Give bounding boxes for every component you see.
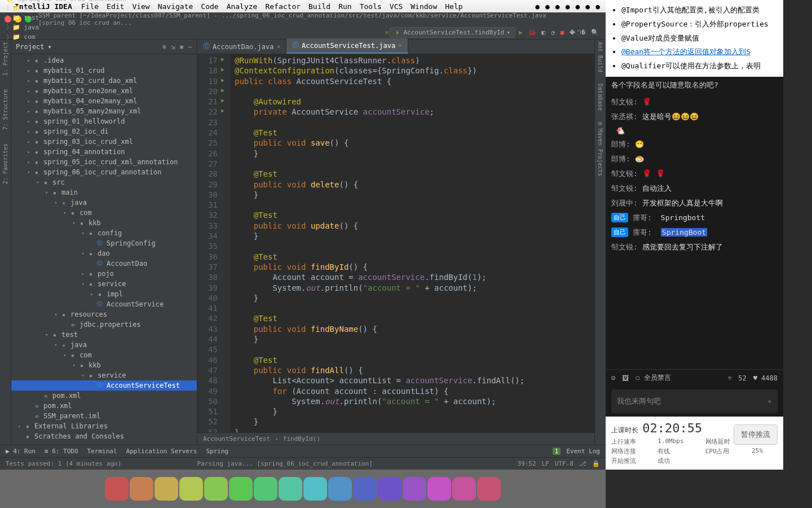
- tree-node[interactable]: ▾ ▪ kkb: [11, 360, 197, 370]
- profile-button[interactable]: ◔: [549, 28, 557, 37]
- tree-node[interactable]: ▾ ▪ config: [11, 228, 197, 238]
- mute-all-checkbox[interactable]: ☐ 全员禁言: [636, 373, 670, 383]
- pause-stream-button[interactable]: 暂停推流: [734, 424, 778, 445]
- tree-node[interactable]: ▸ ▪ spring_03_ioc_crud_xml: [11, 137, 197, 147]
- tree-node[interactable]: ▸ ▪ pojo: [11, 269, 197, 279]
- tree-node[interactable]: ▸ ▪ External Libraries: [11, 421, 197, 431]
- tree-node[interactable]: ▾ ▪ test: [11, 330, 197, 340]
- coverage-button[interactable]: ◧: [540, 28, 548, 37]
- macos-dock[interactable]: [0, 470, 606, 508]
- send-icon[interactable]: ➤: [767, 397, 772, 406]
- bottom-tab[interactable]: Terminal: [87, 448, 117, 455]
- tree-node[interactable]: ▸ ▪ mybatis_02_curd_dao_xml: [11, 76, 197, 86]
- collapse-icon[interactable]: ⇲: [171, 43, 175, 51]
- favorites-tool-button[interactable]: 2: Favorites: [2, 143, 8, 184]
- menu-help[interactable]: Help: [445, 2, 462, 11]
- tree-node[interactable]: ≡ pom.xml: [11, 391, 197, 401]
- tree-node[interactable]: ▾ ▪ java: [11, 198, 197, 208]
- source-code[interactable]: @RunWith(SpringJUnit4ClassRunner.class) …: [230, 54, 594, 432]
- user-icon[interactable]: ●: [545, 2, 550, 11]
- input-icon[interactable]: ●: [535, 2, 540, 11]
- tree-node[interactable]: ▾ ▪ com: [11, 208, 197, 218]
- menu-build[interactable]: Build: [308, 2, 330, 11]
- dock-app[interactable]: [254, 477, 277, 501]
- project-tree[interactable]: ▸ ▪ .idea ▸ ▪ mybatis_01_crud ▸ ▪ mybati…: [11, 54, 197, 445]
- tree-node[interactable]: ▾ ▪ main: [11, 187, 197, 198]
- tree-node[interactable]: ▸ ▪ impl: [11, 289, 197, 299]
- stop-button[interactable]: ■: [558, 28, 567, 37]
- event-log-button[interactable]: Event Log: [566, 448, 600, 455]
- dock-app[interactable]: [378, 477, 401, 501]
- bluetooth-icon[interactable]: ●: [555, 2, 560, 11]
- tree-node[interactable]: ≡ jdbc.properties: [11, 319, 197, 330]
- editor-tab[interactable]: ⒸAccountServiceTest.java×: [286, 38, 408, 54]
- bottom-tab[interactable]: ≡ 6: TODO: [45, 448, 78, 455]
- tree-node[interactable]: ▸ ▪ mybatis_03_one2one_xml: [11, 86, 197, 96]
- background-task[interactable]: Parsing java... [spring_06_ioc_crud_anno…: [197, 460, 373, 467]
- run-config-selector[interactable]: ⏵ AccountServiceTest.findById ▾: [390, 27, 515, 38]
- search-icon[interactable]: 🔍: [589, 28, 601, 37]
- bottom-tab[interactable]: ▶ 4: Run: [6, 448, 36, 455]
- dock-app[interactable]: [427, 477, 451, 501]
- note-item[interactable]: @Bean将一个方法的返回值对象加入到S: [621, 46, 783, 58]
- chat-messages[interactable]: 邹文锐:🌹张丞祺:这是暗号😆😆😆🐔郎博:😁郎博:🍮邹文锐:🌹 🌹邹文锐:自动注入…: [606, 94, 783, 369]
- project-view-label[interactable]: Project: [16, 43, 45, 51]
- hide-icon[interactable]: —: [188, 43, 192, 51]
- tree-node[interactable]: ▸ ▪ mybatis_05_many2many_xml: [11, 106, 197, 116]
- debug-button[interactable]: 🐞: [526, 28, 539, 37]
- breadcrumb-item[interactable]: 〉📁 test: [5, 13, 128, 23]
- tree-node[interactable]: Ⓒ AccountDao: [11, 259, 197, 269]
- file-encoding[interactable]: UTF-8: [555, 460, 573, 467]
- editor-breadcrumb[interactable]: AccountServiceTest›findById(): [197, 432, 594, 445]
- caret-position[interactable]: 39:52: [517, 460, 536, 467]
- editor-tab[interactable]: ⒸAccountDao.java×: [197, 40, 286, 54]
- dock-app[interactable]: [155, 477, 178, 501]
- menu-tools[interactable]: Tools: [360, 2, 382, 11]
- dock-app[interactable]: [179, 477, 203, 501]
- dock-app[interactable]: [130, 477, 153, 501]
- run-button[interactable]: ▶: [517, 28, 525, 37]
- tree-node[interactable]: ▾ ▪ java: [11, 340, 197, 350]
- structure-tool-button[interactable]: 7: Structure: [2, 89, 8, 130]
- ant-build-tool-button[interactable]: Ant Build: [597, 42, 603, 72]
- tree-node[interactable]: ▪ Scratches and Consoles: [11, 431, 197, 441]
- dock-app[interactable]: [403, 477, 426, 501]
- tree-node[interactable]: ≡ SSM_parent.iml: [11, 411, 197, 421]
- chat-input[interactable]: 我也来两句吧 ➤: [611, 389, 778, 413]
- database-tool-button[interactable]: Database: [597, 84, 603, 111]
- dock-app[interactable]: [279, 477, 302, 501]
- tree-node[interactable]: Ⓒ AccountService: [11, 299, 197, 309]
- bottom-tab[interactable]: Application Servers: [126, 448, 197, 455]
- menu-navigate[interactable]: Navigate: [158, 2, 193, 11]
- menu-analyze[interactable]: Analyze: [227, 2, 258, 11]
- tree-node[interactable]: ▾ ▪ com: [11, 350, 197, 360]
- menu-view[interactable]: View: [132, 2, 149, 11]
- dock-app[interactable]: [229, 477, 253, 501]
- tree-node[interactable]: ▾ ▪ src: [11, 177, 197, 187]
- tree-node[interactable]: ▾ ▪ spring_06_ioc_crud_annotation: [11, 167, 197, 177]
- breadcrumb-item[interactable]: 〉📁 java: [5, 23, 128, 32]
- tree-node[interactable]: ▾ ▪ resources: [11, 309, 197, 319]
- tree-node[interactable]: ▾ ▪ kkb: [11, 218, 197, 228]
- dock-app[interactable]: [477, 477, 501, 501]
- gutter-marks[interactable]: ▶ ▶ ▶ ▶ ▶ ▶: [221, 54, 230, 432]
- tree-node[interactable]: Ⓒ SpringConfig: [11, 238, 197, 248]
- locate-icon[interactable]: ⊕: [162, 43, 166, 51]
- breadcrumb-item[interactable]: 〉📁 src: [5, 3, 128, 13]
- menu-window[interactable]: Window: [411, 2, 437, 11]
- dock-app[interactable]: [452, 477, 476, 501]
- build-icon[interactable]: ⚒: [385, 29, 389, 36]
- menu-run[interactable]: Run: [338, 2, 351, 11]
- gear-icon[interactable]: ✱: [180, 43, 184, 51]
- wifi-icon[interactable]: ●: [576, 2, 580, 11]
- dock-app[interactable]: [105, 477, 129, 501]
- tree-node[interactable]: ▸ ▪ spring_02_ioc_di: [11, 126, 197, 137]
- dock-app[interactable]: [353, 477, 377, 501]
- project-tool-button[interactable]: 1: Project: [2, 42, 8, 76]
- skype-icon[interactable]: ●: [566, 2, 570, 11]
- tree-node[interactable]: ▾ ▪ dao: [11, 248, 197, 259]
- dock-app[interactable]: [303, 477, 327, 501]
- tree-node[interactable]: ≡ pom.xml: [11, 401, 197, 411]
- tree-node[interactable]: ▸ ▪ spring_05_ioc_crud_xml_annotation: [11, 157, 197, 167]
- tree-node[interactable]: ▾ ▪ service: [11, 279, 197, 289]
